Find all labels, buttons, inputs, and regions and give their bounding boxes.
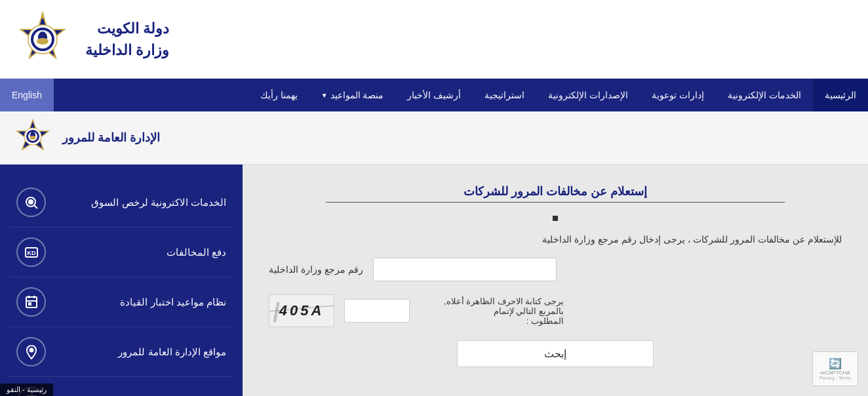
sidebar-item-market-licenses-label: الخدمات الاكترونية لرخص السوق: [52, 197, 226, 208]
captcha-image: / 405A: [269, 294, 334, 327]
sidebar-item-pay-violations-label: دفع المخالفات: [52, 247, 226, 258]
sidebar-item-pay-violations[interactable]: دفع المخالفات KD: [10, 228, 233, 277]
svg-point-5: [37, 38, 49, 45]
captcha-text: 405A: [279, 302, 325, 319]
main-content: إستعلام عن مخالفات المرور للشركات للإستع…: [0, 165, 868, 396]
sidebar-item-driving-exam-label: نظام مواعيد اختبار القيادة: [52, 296, 226, 308]
nav-item-home[interactable]: الرئيسية: [813, 79, 868, 111]
page-header: دولة الكويت وزارة الداخلية: [0, 0, 868, 79]
svg-text:KD: KD: [27, 250, 35, 256]
svg-point-15: [29, 200, 33, 204]
sub-header: الإدارة العامة للمرور: [0, 111, 868, 165]
pay-violations-icon: KD: [16, 237, 46, 267]
recaptcha-icon: 🔄: [818, 357, 852, 370]
captcha-input[interactable]: [344, 299, 410, 323]
driving-exam-icon: [16, 287, 46, 317]
svg-point-23: [30, 348, 33, 351]
svg-point-12: [30, 136, 36, 140]
police-badge: [13, 10, 72, 69]
nav-items-container: الرئيسية الخدمات الإلكترونية إدارات توعو…: [0, 79, 868, 111]
market-licenses-icon: [16, 188, 46, 217]
sidebar-item-traffic-locations[interactable]: مواقع الإدارة العامة للمرور: [10, 327, 233, 377]
svg-line-14: [34, 205, 37, 208]
nav-item-eservices[interactable]: الخدمات الإلكترونية: [716, 79, 813, 111]
form-title: إستعلام عن مخالفات المرور للشركات: [269, 184, 842, 199]
ministry-ref-input[interactable]: [373, 258, 557, 281]
traffic-locations-icon: [16, 337, 46, 366]
svg-rect-22: [29, 303, 31, 305]
captcha-desc-line1: يرجى كتابة الاحرف الظاهرة أعلاه, بالمربع…: [420, 296, 564, 316]
traffic-logo: [13, 118, 52, 157]
captcha-desc-line2: المطلوب :: [420, 316, 564, 326]
search-button[interactable]: إبحث: [457, 340, 654, 367]
ministry-ref-group: رقم مرجع وزارة الداخلية: [269, 258, 842, 281]
form-title-dot: [269, 216, 842, 221]
nav-item-awareness[interactable]: إدارات توعوية: [640, 79, 716, 111]
form-section: إستعلام عن مخالفات المرور للشركات للإستع…: [243, 165, 868, 396]
nav-item-epublications[interactable]: الإصدارات الإلكترونية: [536, 79, 640, 111]
header-title-line1: دولة الكويت: [85, 18, 169, 39]
captcha-section: يرجى كتابة الاحرف الظاهرة أعلاه, بالمربع…: [269, 294, 842, 327]
main-navbar: الرئيسية الخدمات الإلكترونية إدارات توعو…: [0, 79, 868, 111]
sidebar-item-market-licenses[interactable]: الخدمات الاكترونية لرخص السوق: [10, 178, 233, 228]
breadcrumb-bar: رئيسية - النقو: [0, 384, 53, 396]
captcha-description: يرجى كتابة الاحرف الظاهرة أعلاه, بالمربع…: [420, 296, 564, 326]
recaptcha-subtext: Privacy - Terms: [818, 376, 852, 380]
header-title-line2: وزارة الداخلية: [85, 39, 169, 61]
recaptcha-badge: 🔄 reCAPTCHA Privacy - Terms: [812, 351, 858, 386]
ministry-ref-label: رقم مرجع وزارة الداخلية: [269, 264, 363, 275]
form-description: للإستعلام عن مخالفات المرور للشركات ، ير…: [269, 234, 842, 245]
sub-header-title: الإدارة العامة للمرور: [62, 130, 160, 145]
nav-item-news[interactable]: أرشيف الأخبار: [395, 79, 473, 111]
search-btn-container: إبحث: [269, 340, 842, 367]
nav-item-strategy[interactable]: استراتيجية: [473, 79, 536, 111]
sidebar-item-driving-exam[interactable]: نظام مواعيد اختبار القيادة: [10, 277, 233, 327]
recaptcha-label: reCAPTCHA: [818, 370, 852, 376]
header-text: دولة الكويت وزارة الداخلية: [85, 18, 169, 61]
appointments-dropdown-arrow: ▼: [321, 92, 328, 99]
form-title-divider: [326, 202, 784, 203]
english-button[interactable]: English: [0, 79, 54, 111]
nav-item-feedback[interactable]: يهمنا رأيك: [248, 79, 309, 111]
sidebar-item-traffic-locations-label: مواقع الإدارة العامة للمرور: [52, 346, 226, 358]
right-sidebar: الخدمات الاكترونية لرخص السوق دفع المخال…: [0, 165, 243, 396]
nav-item-appointments[interactable]: منصة المواعيد ▼: [309, 79, 396, 111]
breadcrumb-text: رئيسية - النقو: [7, 386, 47, 393]
